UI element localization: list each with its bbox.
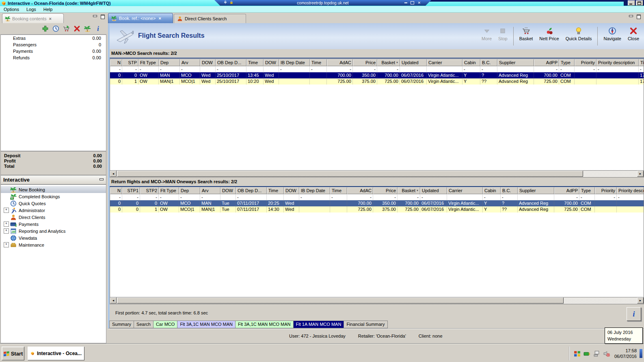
filter-cell[interactable] [447,194,483,200]
grid-data-row[interactable]: 001OWMCO|1MAN|1Tue07/11/201714:30Wed725.… [110,206,644,212]
filter-cell[interactable] [200,66,216,72]
column-header-updated[interactable]: Updated [420,187,447,194]
result-tab-flt-3a-1c-man-mco-man[interactable]: Flt 3A,1C MAN MCO MAN [235,321,294,328]
nav-item-reporting-and-analytics[interactable]: +Reporting and Analytics [1,228,106,234]
remote-connection-icon[interactable] [593,350,600,357]
window-minimize-button[interactable] [628,0,635,6]
collapse-section-icon[interactable] [99,178,104,182]
info-button[interactable]: i [95,25,102,32]
filter-cell[interactable]: - [398,194,420,200]
column-header-stp[interactable]: STP [122,59,138,66]
filter-cell[interactable]: - [236,194,267,200]
filter-cell[interactable]: - [159,194,179,200]
filter-cell[interactable]: - [639,66,644,72]
horizontal-scrollbar[interactable]: ◄ ► [110,170,644,177]
column-header-adpp[interactable]: AdPP [534,59,559,66]
filter-cell[interactable]: - [617,194,644,200]
nav-item-completed-bookings[interactable]: Completed Bookings [1,193,106,200]
close-button[interactable]: Close [625,25,642,47]
column-header-type[interactable]: Type [579,187,595,194]
panel-maximize-button[interactable] [636,15,641,19]
column-header-time[interactable]: Time [330,187,347,194]
filter-cell[interactable]: - [559,66,575,72]
column-header-supplier[interactable]: Supplier [518,187,554,194]
filter-cell[interactable]: - [595,194,617,200]
start-button[interactable]: Start [2,347,24,360]
filter-cell[interactable]: - [330,194,347,200]
filter-cell[interactable]: - [501,194,518,200]
column-header-dep[interactable]: Dep [179,187,200,194]
scrollbar-thumb[interactable] [117,297,564,303]
column-header-cabin[interactable]: Cabin [462,59,480,66]
filter-cell[interactable]: - [480,66,497,72]
system-colors-icon[interactable] [574,350,581,357]
column-header-time[interactable]: Time [246,59,264,66]
filter-cell[interactable]: - [596,66,639,72]
close-icon[interactable]: × [159,16,161,21]
navigate-button[interactable]: Navigate [600,25,624,47]
column-header-adac[interactable]: AdAC [347,187,373,194]
column-header-ib-dep-date[interactable]: IB Dep Date [299,187,330,194]
filter-cell[interactable]: - [377,66,400,72]
column-header-stp2[interactable]: STP2 [140,187,159,194]
palm-tree-button[interactable] [84,25,91,32]
column-header-time[interactable]: Time [639,59,644,66]
column-header-carrier[interactable]: Carrier [447,187,483,194]
scroll-left-button[interactable]: ◄ [110,171,117,177]
window-restore-button[interactable] [636,0,643,6]
column-header-time[interactable]: Time [267,187,284,194]
network-adapter-icon[interactable] [583,350,590,357]
column-header-arv[interactable]: Arv [200,187,220,194]
rdp-close-button[interactable]: ✕ [417,0,421,5]
result-tab-search[interactable]: Search [134,321,153,328]
nav-section-header[interactable]: Interactive [0,175,106,184]
nav-item-quick-quotes[interactable]: Quick Quotes [1,200,106,207]
filter-cell[interactable] [220,194,236,200]
nav-item-viewdata[interactable]: Viewdata [1,234,106,241]
basket-button[interactable]: Basket [516,25,536,47]
column-header-flt-type[interactable]: Flt Type [159,187,179,194]
nav-item-new-booking[interactable]: New Booking [1,186,106,193]
filter-cell[interactable]: - [216,66,246,72]
column-header-b-c[interactable]: B.C. [480,59,497,66]
filter-cell[interactable]: - [138,66,159,72]
grid-data-row[interactable]: 01OWMAN|1MCO|1Wed25/10/201710:20Wed725.0… [110,78,644,85]
filter-cell[interactable]: - [575,66,596,72]
column-header-dow[interactable]: DOW [284,187,299,194]
scroll-right-button[interactable]: ► [637,171,644,177]
column-header-price[interactable]: Price [353,59,377,66]
filter-cell[interactable]: - [554,194,579,200]
tab-booking-ref[interactable]: Book. ref.: <none> × [108,13,173,23]
result-tab-flt-1a-man-mco-man-selected[interactable]: Flt 1A MAN MCO MAN [293,321,344,328]
column-header-time[interactable]: Time [310,59,327,66]
column-header-type[interactable]: Type [559,59,575,66]
column-header-priority[interactable]: Priority [575,59,596,66]
taskbar-task-button[interactable]: Interactive - Ocea... [28,347,84,360]
column-header-n[interactable]: N [110,59,122,66]
filter-cell[interactable]: - [279,66,310,72]
panel-minimize-button[interactable] [93,15,97,19]
scroll-right-button[interactable]: ► [637,297,644,303]
nett-price-button[interactable]: Nett Price [536,25,562,47]
result-tab-flt-3a-1c-man-mco-man[interactable]: Flt 3A,1C MAN MCO MAN [177,321,236,328]
delete-button[interactable] [73,25,80,32]
filter-cell[interactable]: - [180,66,200,72]
column-header-flt-type[interactable]: Flt Type [138,59,159,66]
nav-item-administrator[interactable]: +Administrator [1,207,106,214]
scrollbar-thumb[interactable] [117,171,583,177]
column-header-updated[interactable]: Updated [400,59,427,66]
column-header-adac[interactable]: AdAC [327,59,353,66]
column-header-dow[interactable]: DOW [220,187,236,194]
rdp-restore-button[interactable] [411,1,414,4]
menu-logs[interactable]: Logs [23,7,40,12]
column-header-priority-description[interactable]: Priority description [596,59,639,66]
filter-cell[interactable]: - [110,194,122,200]
nav-item-maintenance[interactable]: +Maintenance [1,241,106,248]
filter-cell[interactable] [284,194,299,200]
column-header-price[interactable]: Price [373,187,398,194]
column-header-b-c[interactable]: B.C. [501,187,518,194]
filter-cell[interactable] [518,194,554,200]
tab-direct-clients-search[interactable]: Direct Clients Search [174,14,246,23]
result-tab-summary[interactable]: Summary [109,321,134,328]
expander-icon[interactable]: + [4,228,9,234]
